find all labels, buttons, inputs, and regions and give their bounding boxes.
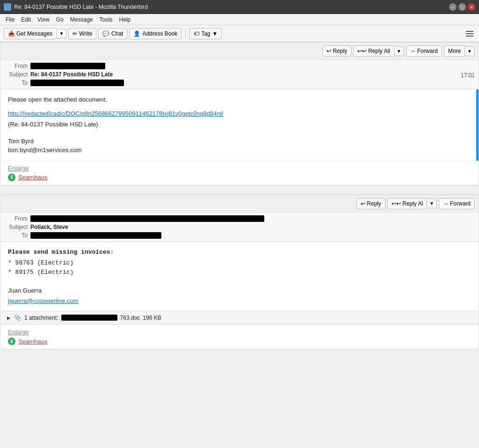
email1-pane: ↩ Reply ↩↩ Reply All ▼ → Forward More ▼ … <box>0 42 479 185</box>
forward2-icon: → <box>443 200 449 207</box>
email2-subject-row: Subject Pollack, Steve <box>4 223 475 231</box>
menu-tools[interactable]: Tools <box>97 15 116 24</box>
titlebar-title: Re: 84-0137 Possible HSD Late - Mozilla … <box>14 4 148 10</box>
email2-sender-name: Juan Guerra <box>8 286 471 295</box>
attachment-filesize: 196 KB <box>143 315 161 321</box>
email2-subject-value: Pollack, Steve <box>30 224 68 230</box>
email2-fields: From Subject Pollack, Steve To <box>0 213 479 242</box>
email1-more-dropdown[interactable]: ▼ <box>464 46 475 56</box>
email1-from-row: From <box>4 62 475 70</box>
email2-body-line3: * 89175 (Electric) <box>8 268 471 277</box>
email2-from-row: From <box>4 214 475 223</box>
titlebar: Re: 84-0137 Possible HSD Late - Mozilla … <box>0 0 479 14</box>
email2-forward-button[interactable]: → Forward <box>439 198 475 209</box>
attachment-toggle[interactable]: ► <box>6 315 11 321</box>
minimize-button[interactable]: – <box>449 3 457 11</box>
get-messages-button[interactable]: 📥 Get Messages <box>4 28 56 39</box>
address-book-icon: 👤 <box>133 30 140 37</box>
tag-label: Tag <box>201 30 210 37</box>
email1-footer: Enlarge S Spamhaus <box>0 161 479 185</box>
menu-view[interactable]: View <box>35 15 52 24</box>
write-button[interactable]: ✏ Write <box>68 28 96 39</box>
email1-more-button[interactable]: More <box>444 45 464 57</box>
email2-body-line1: Please send missing invoices: <box>8 248 471 257</box>
email2-action-bar: ↩ Reply ↩↩ Reply Al ▼ → Forward <box>0 195 479 213</box>
address-book-label: Address Book <box>142 30 177 37</box>
email2-reply-button[interactable]: ↩ Reply <box>356 198 385 209</box>
email1-re-text: (Re: 84-0137 Possible HSD Late) <box>8 120 471 129</box>
maximize-button[interactable]: □ <box>458 3 466 11</box>
forward-icon: → <box>410 48 416 54</box>
attachment-filename-redacted <box>61 315 117 321</box>
email1-more-label: More <box>448 48 461 54</box>
email1-action-bar: ↩ Reply ↩↩ Reply All ▼ → Forward More ▼ <box>0 43 479 60</box>
email1-reply-button[interactable]: ↩ Reply <box>322 45 351 57</box>
email2-to-label: To <box>4 232 28 239</box>
email1-to-value <box>30 80 124 86</box>
write-icon: ✏ <box>73 30 77 37</box>
email1-reply-all-button[interactable]: ↩↩ Reply All <box>353 45 394 57</box>
tag-icon: 🏷 <box>194 30 199 37</box>
spamhaus2-icon: S <box>8 338 15 345</box>
email1-from-value <box>30 63 105 69</box>
app-icon <box>4 3 11 11</box>
email1-forward-button[interactable]: → Forward <box>406 45 442 57</box>
email2-from-value <box>30 215 264 222</box>
email2-footer: Enlarge S Spamhaus <box>0 324 479 349</box>
email1-reply-all-label: Reply All <box>368 48 390 54</box>
email2-to-value <box>30 232 161 239</box>
chat-button[interactable]: 💬 Chat <box>98 28 127 39</box>
tag-dropdown-icon: ▼ <box>212 30 218 37</box>
menu-help[interactable]: Help <box>116 15 134 24</box>
reply-all-icon: ↩↩ <box>357 48 367 54</box>
email1-body-link-row: http://[redacted]cadic/DOC/q9n2568662799… <box>8 109 471 118</box>
email1-enlarge-link[interactable]: Enlarge <box>8 165 29 172</box>
paperclip-icon: 📎 <box>14 314 22 321</box>
email2-reply-all-split: ↩↩ Reply Al ▼ <box>387 198 437 209</box>
menu-file[interactable]: File <box>3 15 17 24</box>
to-label: To <box>4 80 28 86</box>
email-divider <box>0 185 479 195</box>
toolbar-separator <box>185 29 186 39</box>
email2-sender-email-link[interactable]: jguerra@ccpowerline.com <box>8 297 78 304</box>
email1-timestamp: 17:01 <box>461 72 475 79</box>
from-label: From <box>4 63 28 69</box>
email1-subject-row: Subject Re: 84-0137 Possible HSD Late <box>4 70 475 79</box>
email1-more-split: More ▼ <box>444 45 475 57</box>
email2-reply-label: Reply <box>367 200 381 207</box>
reply2-icon: ↩ <box>361 200 365 207</box>
email1-fields: From Subject Re: 84-0137 Possible HSD La… <box>0 60 479 89</box>
hamburger-line2 <box>466 33 473 34</box>
email2-pane: ↩ Reply ↩↩ Reply Al ▼ → Forward From Sub… <box>0 195 479 350</box>
email1-blue-bar <box>476 89 479 161</box>
email2-attachment-bar: ► 📎 1 attachment: 763.doc 196 KB <box>0 311 479 324</box>
email1-link[interactable]: http://[redacted]cadic/DOC/q9n2568662799… <box>8 110 223 117</box>
email1-spamhaus-link[interactable]: Spamhaus <box>18 174 47 181</box>
email2-enlarge-link[interactable]: Enlarge <box>8 329 29 336</box>
address-book-button[interactable]: 👤 Address Book <box>129 28 181 39</box>
get-messages-dropdown[interactable]: ▼ <box>56 29 66 38</box>
menubar: File Edit View Go Message Tools Help <box>0 14 479 25</box>
reply-icon: ↩ <box>327 48 331 54</box>
spamhaus-icon: S <box>8 174 15 181</box>
menu-edit[interactable]: Edit <box>18 15 34 24</box>
get-messages-split: 📥 Get Messages ▼ <box>4 28 66 39</box>
email2-reply-all-button[interactable]: ↩↩ Reply Al <box>387 198 427 209</box>
close-button[interactable]: ✕ <box>468 3 475 11</box>
hamburger-menu[interactable] <box>464 29 475 38</box>
email2-to-row: To <box>4 231 475 240</box>
menu-message[interactable]: Message <box>67 15 96 24</box>
menu-go[interactable]: Go <box>53 15 66 24</box>
email1-to-row: To <box>4 79 475 87</box>
email1-forward-label: Forward <box>417 48 438 54</box>
attachment-filename-suffix: 763.doc <box>120 315 140 321</box>
email1-reply-all-dropdown[interactable]: ▼ <box>394 46 404 56</box>
get-messages-label: Get Messages <box>16 30 52 37</box>
toolbar: 📥 Get Messages ▼ ✏ Write 💬 Chat 👤 Addres… <box>0 25 479 42</box>
tag-button[interactable]: 🏷 Tag ▼ <box>189 28 222 39</box>
email1-reply-label: Reply <box>333 48 347 54</box>
window-controls: – □ ✕ <box>449 3 475 11</box>
email2-spamhaus-link[interactable]: Spamhaus <box>18 338 47 345</box>
email2-reply-all-dropdown[interactable]: ▼ <box>427 198 437 208</box>
email2-spamhaus-row: S Spamhaus <box>8 338 471 345</box>
